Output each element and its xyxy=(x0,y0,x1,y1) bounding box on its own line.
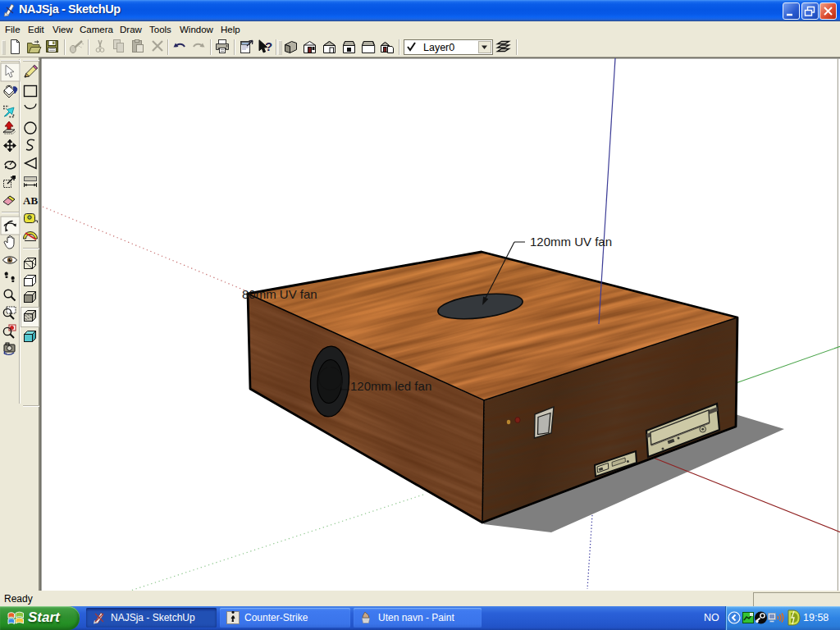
svg-text:120mm led fan: 120mm led fan xyxy=(350,379,431,393)
svg-text:Layer0: Layer0 xyxy=(423,42,454,53)
svg-text:120mm UV fan: 120mm UV fan xyxy=(530,235,612,249)
svg-text:?: ? xyxy=(265,39,272,53)
svg-text:80mm UV fan: 80mm UV fan xyxy=(242,287,317,301)
svg-text:AB: AB xyxy=(23,194,38,207)
